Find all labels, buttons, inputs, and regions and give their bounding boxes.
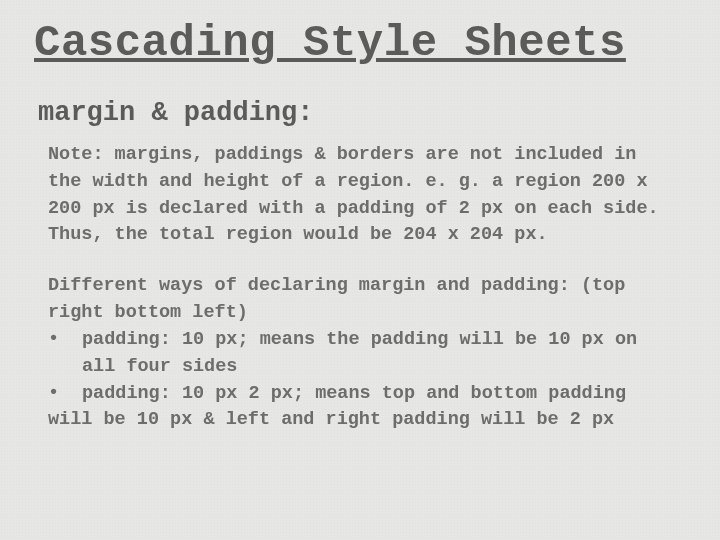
bullet-item: • padding: 10 px; means the padding will… [48,327,680,381]
bullet-item: • padding: 10 px 2 px; means top and bot… [48,381,680,408]
bullet-text: padding: 10 px 2 px; means top and botto… [82,381,680,408]
bullet-icon: • [48,381,82,408]
page-title: Cascading Style Sheets [34,18,686,68]
slide: Cascading Style Sheets margin & padding:… [0,0,720,434]
bullet-icon: • [48,327,82,381]
bullet-text: padding: 10 px; means the padding will b… [82,327,680,381]
bullet-continuation: will be 10 px & left and right padding w… [48,407,680,434]
ways-intro: Different ways of declaring margin and p… [48,273,680,327]
note-paragraph: Note: margins, paddings & borders are no… [48,142,680,249]
section-subtitle: margin & padding: [38,98,686,128]
